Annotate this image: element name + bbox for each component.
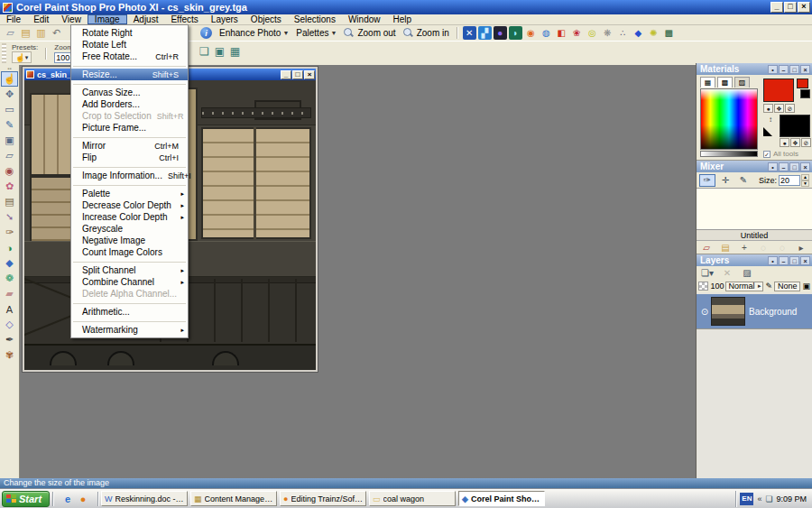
color-changer-tool[interactable]: ◑ — [1, 240, 18, 255]
effect-icon-7[interactable]: ◧ — [555, 26, 568, 40]
color-style-button[interactable]: ● — [780, 138, 789, 147]
acquire-icon[interactable]: ↶ — [50, 26, 63, 40]
color-picker-rainbow[interactable] — [700, 88, 758, 150]
crop-tool[interactable]: ▣ — [1, 133, 18, 148]
new-layer-icon[interactable]: ❏▾ — [701, 267, 714, 279]
mixer-dropper-tool[interactable]: ✎ — [735, 174, 752, 187]
network-icon[interactable]: ❏ — [765, 494, 772, 503]
effect-icon-13[interactable]: ✺ — [647, 26, 660, 40]
palette-pin-button[interactable]: • — [768, 65, 778, 74]
menu-rotate-left[interactable]: Rotate Left — [71, 39, 188, 51]
task-content-manager[interactable]: ▦ Content Manager Plus — [190, 491, 277, 506]
menu-decrease-color-depth[interactable]: Decrease Color Depth ▸ — [71, 199, 188, 211]
menubar-effects[interactable]: Effects — [164, 14, 204, 24]
menubar-objects[interactable]: Objects — [245, 14, 288, 24]
menu-picture-frame[interactable]: Picture Frame... — [71, 122, 188, 134]
swap-colors-icon[interactable]: ↕ — [769, 115, 772, 124]
menubar-selections[interactable]: Selections — [288, 14, 342, 24]
mixer-open-icon[interactable]: ▤ — [720, 242, 731, 253]
paint-brush-tool[interactable]: ✑ — [1, 225, 18, 240]
menu-free-rotate[interactable]: Free Rotate... Ctrl+R — [71, 51, 188, 62]
effect-icon-11[interactable]: ∴ — [616, 26, 630, 40]
arrange-window-icon-3[interactable]: ▦ — [228, 44, 242, 58]
doc-close-button[interactable]: × — [304, 70, 315, 79]
task-reskinning-doc[interactable]: W Reskinning.doc - Microso... — [101, 491, 188, 506]
mixer-new-page-icon[interactable]: ▱ — [701, 242, 712, 253]
task-corel-psp[interactable]: ◈ Corel Paint Shop Pro ... — [458, 491, 545, 506]
mixer-unmix-icon[interactable]: ◌ — [758, 242, 769, 253]
menubar-adjust[interactable]: Adjust — [127, 14, 165, 24]
menubar-edit[interactable]: Edit — [27, 14, 55, 24]
makeover-tool[interactable]: ✿ — [1, 179, 18, 194]
doc-minimize-button[interactable]: _ — [281, 70, 291, 79]
zoom-out-button[interactable]: Zoom out — [340, 27, 399, 39]
materials-swatches-tab[interactable]: ▨ — [734, 77, 750, 88]
scratch-remover-tool[interactable]: ➘ — [1, 209, 18, 225]
menu-greyscale[interactable]: Greyscale — [71, 223, 188, 235]
foreground-mini-swatch[interactable] — [797, 79, 808, 88]
background-color-swatch[interactable] — [780, 115, 810, 137]
language-indicator[interactable]: EN — [740, 493, 753, 505]
arrange-window-icon-1[interactable]: ❏ — [198, 44, 211, 58]
background-mini-swatch[interactable] — [800, 89, 810, 98]
menubar-file[interactable]: File — [0, 14, 27, 24]
menu-negative-image[interactable]: Negative Image — [71, 235, 188, 246]
clone-brush-tool[interactable]: ▤ — [1, 194, 18, 209]
menubar-layers[interactable]: Layers — [205, 14, 245, 24]
layer-row-background[interactable]: ⊙ Background — [697, 294, 812, 328]
palettes-button[interactable]: Palettes ▼ — [292, 27, 340, 39]
menu-watermarking[interactable]: Watermarking ▸ — [71, 324, 188, 336]
effect-icon-8[interactable]: ❀ — [570, 26, 584, 40]
delete-layer-icon[interactable]: ✕ — [721, 267, 734, 279]
menu-palette[interactable]: Palette ▸ — [71, 188, 188, 199]
materials-frame-tab[interactable]: ▦ — [700, 77, 715, 88]
effect-icon-4[interactable]: ◗ — [509, 26, 522, 40]
menu-combine-channel[interactable]: Combine Channel ▸ — [71, 276, 188, 288]
palette-minimize-button[interactable]: – — [779, 256, 789, 265]
menubar-view[interactable]: View — [55, 14, 88, 24]
edit-selection-icon[interactable]: ▨ — [741, 267, 753, 279]
palette-minimize-button[interactable]: – — [779, 162, 789, 171]
palette-minimize-button[interactable]: – — [779, 65, 789, 74]
picture-tube-tool[interactable]: ❁ — [1, 271, 18, 286]
browse-icon[interactable]: ▥ — [34, 26, 48, 40]
close-button[interactable]: × — [798, 2, 810, 13]
task-editing-trainz[interactable]: ● Editing Trainz/Software ... — [280, 491, 366, 506]
menu-delete-alpha-channel[interactable]: Delete Alpha Channel... — [71, 288, 188, 300]
quick-launch-ie[interactable]: e — [61, 493, 74, 505]
effect-icon-14[interactable]: ▩ — [662, 26, 676, 40]
lock-icon[interactable]: ▣ — [802, 282, 810, 291]
eraser-tool[interactable]: ▰ — [1, 286, 18, 301]
transparent-style-button[interactable]: ⊘ — [785, 104, 795, 113]
menu-add-borders[interactable]: Add Borders... — [71, 98, 188, 110]
palette-pin-button[interactable]: • — [768, 162, 778, 171]
greyscale-strip[interactable] — [700, 151, 758, 157]
foreground-color-swatch[interactable] — [763, 79, 794, 102]
color-style-button[interactable]: ● — [763, 104, 773, 113]
spin-down-icon[interactable]: ▼ — [801, 180, 809, 187]
menu-resize[interactable]: Resize... Shift+S — [71, 69, 188, 80]
mixer-more-icon[interactable]: ▸ — [796, 242, 807, 253]
mixer-remix-icon[interactable]: ◌ — [777, 242, 788, 253]
gradient-style-button[interactable]: ❖ — [774, 104, 784, 113]
palette-maximize-button[interactable]: □ — [789, 162, 799, 171]
mixer-canvas[interactable] — [697, 188, 812, 230]
effect-icon-2[interactable]: ▞ — [478, 26, 492, 40]
materials-rainbow-tab[interactable]: ▩ — [717, 77, 733, 88]
mixer-size-input[interactable] — [779, 175, 800, 186]
pick-tool[interactable]: ▱ — [1, 148, 18, 163]
menu-arithmetic[interactable]: Arithmetic... — [71, 306, 188, 318]
menu-split-channel[interactable]: Split Channel ▸ — [71, 264, 188, 276]
palette-pin-button[interactable]: • — [768, 256, 778, 265]
effect-icon-10[interactable]: ❋ — [601, 26, 614, 40]
menu-canvas-size[interactable]: Canvas Size... — [71, 87, 188, 98]
task-coal-wagon[interactable]: ▭ coal wagon — [369, 491, 456, 506]
open-file-icon[interactable]: ▤ — [19, 26, 32, 40]
menu-count-image-colors[interactable]: Count Image Colors — [71, 246, 188, 258]
preset-shape-tool[interactable]: ◇ — [1, 317, 18, 332]
link-set-button[interactable]: None — [774, 282, 801, 291]
menubar-image[interactable]: Image — [88, 14, 127, 24]
presets-dropdown[interactable]: ☝ ▾ — [12, 51, 32, 63]
effect-icon-3[interactable]: ● — [494, 26, 507, 40]
arrange-window-icon-2[interactable]: ▣ — [213, 44, 226, 58]
